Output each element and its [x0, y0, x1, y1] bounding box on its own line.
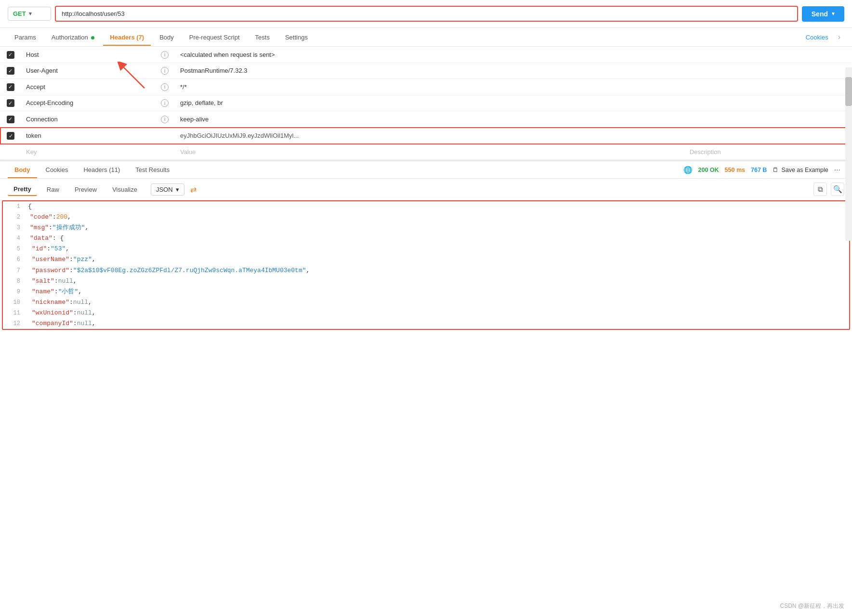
info-icon-connection[interactable]: i: [161, 116, 169, 123]
info-icon-user-agent[interactable]: i: [161, 67, 169, 75]
checkbox-host[interactable]: ✓: [7, 51, 14, 59]
tab-settings[interactable]: Settings: [278, 29, 315, 46]
header-key-token: token: [20, 128, 155, 144]
response-section: Body Cookies Headers (11) Test Results 🌐…: [0, 160, 852, 330]
fmt-tab-raw[interactable]: Raw: [41, 183, 65, 196]
copy-button[interactable]: ⧉: [813, 183, 827, 196]
header-desc-accept-encoding: [684, 95, 852, 111]
checkbox-user-agent[interactable]: ✓: [7, 67, 14, 75]
header-key-host: Host: [20, 47, 155, 63]
json-chevron-icon: ▾: [176, 186, 179, 193]
json-line: 12"companyId": null,: [3, 318, 849, 329]
status-ok: 200 OK: [698, 167, 719, 173]
header-value-host: <calculated when request is sent>: [174, 47, 684, 63]
tab-body[interactable]: Body: [153, 29, 181, 46]
status-size: 767 B: [751, 167, 767, 173]
header-value-token: eyJhbGciOiJIUzUxMiJ9.eyJzdWliOil1Myl...: [174, 128, 684, 144]
json-line: 7"password": "$2a$10$vF08Eg.zoZGz6ZPFdl/…: [3, 265, 849, 276]
fmt-tab-preview[interactable]: Preview: [69, 183, 103, 196]
header-desc-connection: [684, 111, 852, 128]
table-row: ✓ Connection i keep-alive: [0, 111, 852, 128]
tab-params[interactable]: Params: [8, 29, 43, 46]
json-line: 10"nickname": null,: [3, 297, 849, 308]
app-window: GET ▾ http://localhost/user/53 Send ▾ Pa…: [0, 0, 852, 616]
json-line: 5"id": "53",: [3, 244, 849, 254]
headers-section: ✓ Host i <calculated when request is sen…: [0, 47, 852, 160]
url-value: http://localhost/user/53: [62, 10, 125, 17]
search-button[interactable]: 🔍: [831, 183, 844, 196]
checkbox-accept[interactable]: ✓: [7, 83, 14, 91]
sidebar-toggle-icon[interactable]: ›: [834, 28, 844, 46]
send-chevron-icon: ▾: [832, 11, 835, 17]
resp-tab-test-results[interactable]: Test Results: [129, 161, 176, 178]
copy-icon: ⧉: [818, 185, 823, 194]
wrap-icon[interactable]: ⇄: [190, 185, 197, 194]
headers-table: ✓ Host i <calculated when request is sen…: [0, 47, 852, 160]
format-actions: ⧉ 🔍: [813, 183, 844, 196]
authorization-dot: [91, 36, 94, 39]
json-format-select[interactable]: JSON ▾: [151, 183, 184, 196]
scrollbar-thumb[interactable]: [845, 77, 852, 106]
fmt-tab-visualize[interactable]: Visualize: [106, 183, 143, 196]
tab-tests[interactable]: Tests: [249, 29, 276, 46]
resp-tab-cookies[interactable]: Cookies: [39, 161, 75, 178]
response-status-bar: 🌐 200 OK 550 ms 767 B 🗒 Save as Example …: [683, 166, 844, 174]
placeholder-value[interactable]: Value: [174, 144, 684, 160]
header-key-user-agent: User-Agent: [20, 63, 155, 79]
scrollbar[interactable]: [845, 67, 852, 241]
header-key-accept-encoding: Accept-Encoding: [20, 95, 155, 111]
more-options-icon[interactable]: ···: [834, 166, 840, 174]
header-key-accept: Accept: [20, 79, 155, 95]
info-icon-accept[interactable]: i: [161, 83, 169, 91]
json-line: 6"userName": "pzz",: [3, 254, 849, 265]
header-desc-token: [684, 128, 852, 144]
header-value-accept-encoding: gzip, deflate, br: [174, 95, 684, 111]
checkbox-connection[interactable]: ✓: [7, 116, 14, 123]
table-row: ✓ Host i <calculated when request is sen…: [0, 47, 852, 63]
resp-tab-body[interactable]: Body: [8, 161, 37, 178]
table-row-placeholder: Key Value Description: [0, 144, 852, 160]
send-label: Send: [812, 10, 828, 18]
request-tab-bar: Params Authorization Headers (7) Body Pr…: [0, 28, 852, 47]
status-time: 550 ms: [725, 167, 745, 173]
header-value-accept: */*: [174, 79, 684, 95]
header-desc-accept: [684, 79, 852, 95]
json-body: 1{2"code": 200,3"msg": "操作成功",4"data": {…: [2, 200, 850, 330]
watermark: CSDN @新征程，再出发: [780, 602, 844, 610]
fmt-tab-pretty[interactable]: Pretty: [8, 183, 37, 196]
table-row: ✓ Accept i */*: [0, 79, 852, 95]
search-icon: 🔍: [833, 185, 842, 194]
json-line: 4"data": {: [3, 233, 849, 244]
json-line: 9"name": "小哲",: [3, 287, 849, 297]
method-select[interactable]: GET ▾: [8, 7, 51, 21]
url-bar: GET ▾ http://localhost/user/53 Send ▾: [0, 0, 852, 28]
tab-authorization[interactable]: Authorization: [45, 29, 102, 46]
cookies-link[interactable]: Cookies: [802, 29, 832, 46]
placeholder-desc[interactable]: Description: [684, 144, 852, 160]
checkbox-accept-encoding[interactable]: ✓: [7, 99, 14, 107]
save-icon: 🗒: [773, 167, 779, 173]
info-icon-accept-encoding[interactable]: i: [161, 99, 169, 107]
table-row: ✓ Accept-Encoding i gzip, deflate, br: [0, 95, 852, 111]
resp-tab-headers[interactable]: Headers (11): [77, 161, 127, 178]
json-line: 11"wxUnionid": null,: [3, 308, 849, 318]
header-desc-host: [684, 47, 852, 63]
json-line: 3"msg": "操作成功",: [3, 223, 849, 233]
header-key-connection: Connection: [20, 111, 155, 128]
checkbox-token[interactable]: ✓: [7, 132, 14, 140]
tab-headers[interactable]: Headers (7): [103, 29, 151, 46]
json-line: 8"salt": null,: [3, 276, 849, 287]
header-value-connection: keep-alive: [174, 111, 684, 128]
resp-headers-badge: (11): [109, 166, 120, 173]
format-bar: Pretty Raw Preview Visualize JSON ▾ ⇄ ⧉: [0, 179, 852, 200]
url-input[interactable]: http://localhost/user/53: [55, 6, 798, 22]
info-icon-host[interactable]: i: [161, 51, 169, 59]
send-button[interactable]: Send ▾: [802, 6, 844, 22]
method-label: GET: [13, 10, 26, 17]
placeholder-key[interactable]: Key: [20, 144, 155, 160]
save-example-button[interactable]: 🗒 Save as Example: [773, 167, 828, 173]
tab-prerequest[interactable]: Pre-request Script: [183, 29, 247, 46]
table-row: ✓ User-Agent i PostmanRuntime/7.32.3: [0, 63, 852, 79]
json-line: 2"code": 200,: [3, 212, 849, 223]
header-value-user-agent: PostmanRuntime/7.32.3: [174, 63, 684, 79]
